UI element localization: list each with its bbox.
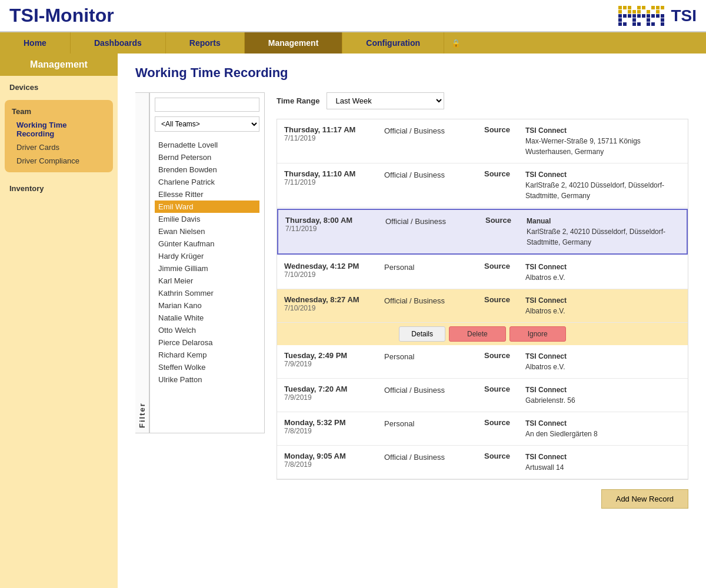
record-date: 7/8/2019 [284, 427, 378, 435]
table-row: Thursday, 11:10 AM 7/11/2019 Official / … [277, 163, 688, 208]
lock-icon: 🔒 [444, 34, 468, 52]
record-actions: Details Delete Ignore [277, 323, 688, 345]
nav-reports[interactable]: Reports [166, 32, 245, 54]
record-date: 7/9/2019 [284, 360, 378, 368]
record-source-label: Source [484, 418, 519, 427]
table-row: Wednesday, 4:12 PM 7/10/2019 Personal So… [277, 256, 688, 289]
record-source-label: Source [485, 216, 521, 225]
record-source-info: TSI ConnectMax-Werner-Straße 9, 15711 Kö… [525, 125, 681, 157]
table-row: Monday, 9:05 AM 7/8/2019 Official / Busi… [277, 446, 688, 479]
person-item[interactable]: Emilie Davis [155, 213, 259, 225]
search-input[interactable] [155, 98, 259, 112]
person-item[interactable]: Hardy Krüger [155, 250, 259, 262]
record-source-info: TSI ConnectArtuswall 14 [525, 452, 681, 473]
header: TSI-Monitor TSI [0, 0, 706, 32]
person-item[interactable]: Pierce Delarosa [155, 336, 259, 349]
person-item[interactable]: Jimmie Gilliam [155, 262, 259, 275]
ignore-button[interactable]: Ignore [509, 326, 566, 342]
sidebar-team-section: Team Working Time Recording Driver Cards… [5, 100, 113, 172]
person-item[interactable]: Karl Meier [155, 275, 259, 287]
sidebar-item-working-time[interactable]: Working Time Recording [5, 118, 113, 141]
sidebar-inventory: Inventory [0, 177, 118, 196]
sidebar-devices: Devices [0, 76, 118, 95]
record-type: Personal [384, 351, 478, 361]
sidebar-header: Management [0, 54, 118, 76]
record-source-label: Source [484, 262, 519, 270]
nav-configuration[interactable]: Configuration [342, 32, 444, 54]
record-source-label: Source [484, 385, 519, 393]
record-day: Monday, 5:32 PM [284, 418, 378, 427]
records-container: Thursday, 11:17 AM 7/11/2019 Official / … [277, 119, 688, 480]
navigation: Home Dashboards Reports Management Confi… [0, 32, 706, 54]
person-item[interactable]: Günter Kaufman [155, 238, 259, 250]
record-type: Official / Business [384, 452, 478, 462]
person-item[interactable]: Otto Welch [155, 324, 259, 336]
filter-label: Filter [135, 92, 149, 433]
record-date: 7/9/2019 [284, 393, 378, 402]
record-day: Wednesday, 8:27 AM [284, 295, 378, 304]
person-item[interactable]: Natalie White [155, 312, 259, 324]
details-button[interactable]: Details [399, 326, 445, 342]
filter-panel: Filter <All Teams> Bernadette LovellBern… [135, 92, 265, 509]
person-item[interactable]: Kathrin Sommer [155, 287, 259, 299]
nav-home[interactable]: Home [0, 32, 71, 54]
record-day: Thursday, 8:00 AM [285, 216, 379, 225]
sidebar-item-driver-compliance[interactable]: Driver Compliance [5, 154, 113, 168]
sidebar-team-title: Team [5, 105, 113, 118]
table-row: Wednesday, 8:27 AM 7/10/2019 Official / … [277, 289, 688, 323]
person-item[interactable]: Bernd Peterson [155, 151, 259, 163]
record-source-label: Source [484, 351, 519, 360]
nav-management[interactable]: Management [245, 32, 343, 54]
teams-select[interactable]: <All Teams> [155, 116, 259, 132]
record-date: 7/10/2019 [284, 304, 378, 312]
record-datetime: Wednesday, 8:27 AM 7/10/2019 [284, 295, 378, 312]
record-date: 7/11/2019 [284, 178, 378, 186]
record-source-label: Source [484, 452, 519, 460]
tsi-logo: TSI [618, 6, 697, 26]
record-day: Monday, 9:05 AM [284, 452, 378, 460]
record-type: Official / Business [384, 295, 478, 305]
record-source-label: Source [484, 125, 519, 134]
record-datetime: Thursday, 11:10 AM 7/11/2019 [284, 169, 378, 186]
record-datetime: Thursday, 8:00 AM 7/11/2019 [285, 216, 379, 233]
sidebar: Management Devices Team Working Time Rec… [0, 54, 118, 588]
person-item[interactable]: Ewan Nielsen [155, 225, 259, 238]
content-area: Filter <All Teams> Bernadette LovellBern… [135, 92, 688, 509]
table-row: Thursday, 8:00 AM 7/11/2019 Official / B… [277, 209, 688, 255]
person-item[interactable]: Ellesse Ritter [155, 188, 259, 201]
filter-container: <All Teams> Bernadette LovellBernd Peter… [149, 92, 265, 433]
person-item[interactable]: Ulrike Patton [155, 373, 259, 386]
table-row: Tuesday, 7:20 AM 7/9/2019 Official / Bus… [277, 379, 688, 412]
record-source-label: Source [484, 295, 519, 304]
record-source-info: TSI ConnectAlbatros e.V. [525, 262, 681, 283]
record-day: Tuesday, 2:49 PM [284, 351, 378, 360]
record-date: 7/11/2019 [284, 134, 378, 142]
add-record-button[interactable]: Add New Record [601, 489, 688, 509]
record-datetime: Tuesday, 7:20 AM 7/9/2019 [284, 385, 378, 402]
record-day: Wednesday, 4:12 PM [284, 262, 378, 270]
nav-dashboards[interactable]: Dashboards [71, 32, 166, 54]
person-item[interactable]: Steffen Wolke [155, 361, 259, 373]
record-datetime: Thursday, 11:17 AM 7/11/2019 [284, 125, 378, 142]
tsi-text: TSI [671, 6, 697, 25]
sidebar-item-driver-cards[interactable]: Driver Cards [5, 141, 113, 154]
person-item[interactable]: Marian Kano [155, 299, 259, 312]
person-item[interactable]: Bernadette Lovell [155, 139, 259, 151]
person-item[interactable]: Emil Ward [155, 201, 259, 213]
person-item[interactable]: Brenden Bowden [155, 163, 259, 176]
tsi-dots [618, 6, 665, 26]
record-datetime: Tuesday, 2:49 PM 7/9/2019 [284, 351, 378, 368]
delete-button[interactable]: Delete [449, 326, 506, 342]
person-item[interactable]: Richard Kemp [155, 349, 259, 361]
page-title: Working Time Recording [135, 65, 688, 81]
filter-search-area [150, 93, 264, 116]
record-type: Official / Business [384, 125, 478, 135]
record-source-info: TSI ConnectKarlStraße 2, 40210 Düsseldor… [525, 169, 681, 201]
person-item[interactable]: Charlene Patrick [155, 176, 259, 188]
main-layout: Management Devices Team Working Time Rec… [0, 54, 706, 588]
time-range-select[interactable]: Last Week This Week Last Month This Mont… [327, 92, 444, 109]
time-range-bar: Time Range Last Week This Week Last Mont… [277, 92, 688, 109]
record-day: Thursday, 11:17 AM [284, 125, 378, 134]
table-row: Monday, 5:32 PM 7/8/2019 Personal Source… [277, 412, 688, 446]
record-type: Personal [384, 418, 478, 428]
